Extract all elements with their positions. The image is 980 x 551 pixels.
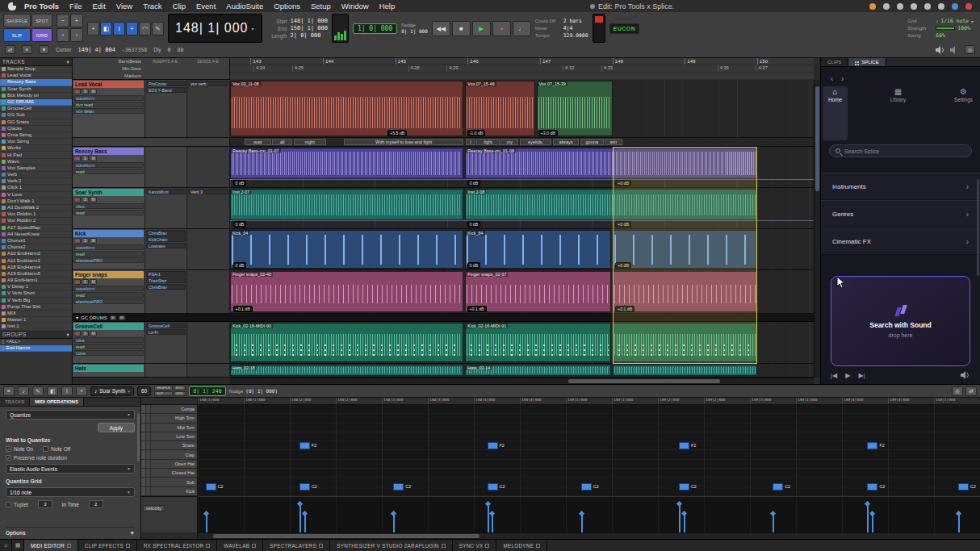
track-lane[interactable]: Hats_02-18 Hats_02-14 (230, 364, 814, 377)
track-name[interactable]: GrooveCell (73, 323, 144, 330)
midi-note[interactable]: F2 (867, 442, 877, 449)
audio-clip[interactable]: Kick_84 (465, 230, 611, 269)
solo-button[interactable]: S (82, 156, 89, 161)
lyrics-lane[interactable]: waitallnightWith myself to lose and figh… (230, 138, 814, 146)
zoom-forward-button[interactable]: › (70, 28, 83, 42)
stop-button[interactable]: ■ (452, 21, 471, 36)
splice-search-box[interactable] (829, 144, 972, 157)
markers-ruler[interactable] (230, 73, 814, 80)
track-list-item[interactable]: Inst 1 (0, 324, 72, 330)
solo-button[interactable]: S (82, 89, 89, 94)
midi-note[interactable]: C2 (206, 483, 216, 490)
midi-note[interactable]: C2 (958, 483, 969, 490)
lyric-marker[interactable]: my (500, 139, 518, 145)
main-counter[interactable]: 148| 1| 000 ▾ (168, 14, 262, 43)
end-value[interactable]: 150| 1| 000 (291, 25, 328, 31)
default-velocity-field[interactable]: 60 (137, 386, 151, 396)
quantize-grid-select[interactable]: 1/16 note ▼ (6, 487, 135, 497)
nav-library[interactable]: ▦ Library (885, 86, 912, 140)
automation-mode-selector[interactable]: read (73, 344, 144, 349)
midi-note[interactable]: F2 (679, 442, 689, 449)
checkbox-icon[interactable] (6, 502, 11, 507)
track-view-selector[interactable]: waveform (73, 286, 144, 291)
group-header-gc-drums[interactable]: ▾ GC DRUMS S M (73, 314, 814, 322)
preserve-duration-checkbox[interactable]: ✓Preserve note duration (6, 455, 135, 461)
solo-button[interactable]: S (82, 331, 89, 336)
record-enable-button[interactable] (73, 238, 81, 244)
nudge-value[interactable]: 0| 1| 000 (401, 28, 428, 34)
midi-edit-mode-button[interactable]: SLIP (154, 391, 172, 396)
track-list-item[interactable]: Vox Riddim 2 (0, 218, 72, 224)
drum-lane-label[interactable]: High Tom (141, 414, 197, 423)
velocity-stem[interactable] (773, 513, 774, 532)
options-section[interactable]: Options ▼ (6, 527, 135, 536)
status-icon[interactable] (938, 3, 944, 10)
speaker-2-icon[interactable] (950, 46, 960, 54)
rewind-button[interactable]: ◀◀ (432, 21, 450, 36)
midi-note[interactable]: C2 (581, 483, 592, 490)
status-icon[interactable] (883, 3, 890, 10)
track-list-item[interactable]: Orca String (0, 132, 72, 139)
grabber-tool[interactable]: + (126, 22, 138, 35)
tuplet-denominator-field[interactable]: 2 (89, 500, 103, 508)
drum-lane-label[interactable]: Kick (141, 487, 197, 496)
midi-edit-mode-button[interactable]: SHUFFLE (154, 386, 172, 390)
group-list-item[interactable]: ≡ End Harms (0, 345, 72, 352)
scrubber-tool[interactable]: ◠ (139, 22, 151, 35)
velocity-stem[interactable] (958, 513, 960, 532)
target-icon[interactable]: ◎ (952, 386, 963, 396)
zoomer-tool[interactable]: + (87, 22, 99, 35)
insert-slot[interactable]: TrianShpr (146, 278, 186, 283)
checkbox-checked-icon[interactable]: ✓ (6, 446, 11, 452)
edit-horizontal-scrollbar[interactable] (230, 378, 814, 384)
track-list-item[interactable]: Lead Vocal (0, 73, 72, 79)
midi-note[interactable]: C2 (867, 483, 877, 490)
drum-lane-label[interactable]: Low Tom (141, 432, 197, 441)
velocity-lane[interactable] (198, 496, 980, 532)
mute-button[interactable]: M (90, 331, 97, 336)
zoom-out-button[interactable]: − (57, 14, 69, 27)
track-list-item[interactable]: Hi Pad (0, 152, 72, 158)
midi-note[interactable]: C2 (393, 483, 404, 490)
link-track-icon[interactable]: ≡ (22, 45, 32, 54)
note-on-checkbox[interactable]: ✓Note On (6, 446, 33, 452)
midi-note[interactable]: C2 (773, 483, 783, 490)
velocity-stem[interactable] (684, 513, 685, 532)
record-enable-button[interactable] (73, 197, 81, 202)
track-view-selector[interactable]: clips (73, 337, 144, 343)
nav-home[interactable]: ⌂ Home (823, 86, 848, 140)
track-list-item[interactable]: V Delay 1 (0, 284, 72, 290)
pre-roll-display[interactable]: 1| 0| 000 (353, 23, 397, 34)
play-button[interactable]: ▶ (472, 21, 491, 36)
velocity-stem[interactable] (872, 513, 873, 532)
zoom-in-button[interactable]: + (70, 14, 83, 27)
midi-note[interactable]: F2 (299, 442, 310, 449)
track-list-item[interactable]: A19 EndHarm5 (0, 271, 72, 278)
record-enable-button[interactable] (73, 331, 81, 336)
midi-clip[interactable]: Kick_02-16-MIDI-91 (465, 323, 611, 362)
counter-dropdown-icon[interactable]: ▾ (252, 26, 255, 31)
midi-edit-mode-button[interactable]: GRID (174, 391, 186, 396)
count-off-value[interactable]: 2 bars (563, 18, 582, 24)
lyric-marker[interactable]: gonna (580, 139, 604, 145)
groups-menu-icon[interactable]: ▾ (66, 332, 69, 337)
midi-clip[interactable] (613, 323, 757, 362)
track-list-item[interactable]: Sample Drop (0, 66, 72, 73)
track-list-item[interactable]: A17 SpeedRap (0, 225, 72, 232)
automation-mode-selector[interactable]: read (73, 169, 144, 174)
audio-clip[interactable]: Reecey Bass-cm_01-07 (230, 148, 463, 179)
bottom-tab[interactable]: SPECTRALAYERS (263, 540, 330, 551)
track-list-item[interactable]: Works (0, 145, 72, 152)
audio-clip[interactable]: Finger snaps_02-40 (230, 271, 463, 312)
velocity-stem[interactable] (679, 503, 681, 532)
panel-scrollbar[interactable] (137, 413, 140, 461)
markers-ruler-label[interactable]: Markers (75, 73, 141, 78)
category-row[interactable]: Instruments › (821, 173, 980, 200)
automation-mode-selector[interactable]: dyn read (73, 102, 144, 107)
automation-mode-selector[interactable]: read (73, 210, 144, 215)
track-view-selector[interactable]: waveform (73, 244, 144, 250)
drum-lane-label[interactable]: Open Hat (141, 460, 197, 469)
lyric-marker[interactable]: fight (476, 139, 500, 145)
mute-button[interactable]: M (90, 238, 97, 244)
track-list-item[interactable]: Clacks (0, 126, 72, 132)
